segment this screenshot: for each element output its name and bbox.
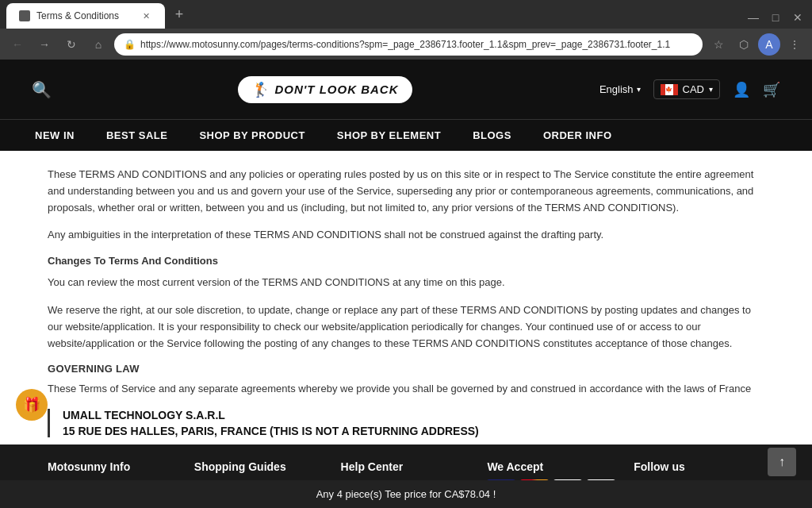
cart-button[interactable]: 🛒: [763, 81, 780, 98]
nav-item-shop-by-product[interactable]: SHOP BY PRODUCT: [196, 129, 308, 141]
forward-button[interactable]: →: [33, 33, 56, 56]
header-left: 🔍: [32, 80, 52, 99]
header-center: 🏌 DON'T LOOK BACK: [238, 76, 412, 103]
ambiguities-paragraph: Any ambiguities in the interpretation of…: [48, 227, 764, 244]
company-block: UMALL TECHNOLOGY S.A.R.L 15 RUE DES HALL…: [48, 409, 764, 437]
close-button[interactable]: ✕: [787, 6, 809, 29]
footer-col-motosunny-info-title: Motosunny Info: [48, 460, 178, 473]
nav-item-blogs[interactable]: BLOGS: [469, 129, 515, 141]
changes-section-title: Changes To Terms And Conditions: [48, 255, 764, 267]
nav-item-best-sale[interactable]: BEST SALE: [103, 129, 170, 141]
tab-close-button[interactable]: ✕: [140, 10, 152, 22]
nav-item-shop-by-element[interactable]: SHOP BY ELEMENT: [334, 129, 444, 141]
browser-chrome: Terms & Conditions ✕ + — □ ✕ ← → ↻ ⌂ 🔒 h…: [0, 0, 812, 60]
footer-col-follow-us-title: Follow us: [634, 460, 764, 473]
governing-law-text: These Terms of Service and any separate …: [48, 381, 764, 398]
chevron-down-icon: ▾: [637, 85, 641, 94]
currency-chevron-icon: ▾: [709, 85, 713, 94]
site-navigation: NEW IN BEST SALE SHOP BY PRODUCT SHOP BY…: [0, 119, 812, 151]
tab-title: Terms & Conditions: [36, 10, 133, 21]
company-name: UMALL TECHNOLOGY S.A.R.L: [63, 409, 764, 421]
new-tab-button[interactable]: +: [168, 3, 190, 25]
currency-text: CAD: [683, 83, 704, 95]
reserve-right-paragraph: We reserve the right, at our sole discre…: [48, 302, 764, 352]
canada-flag-icon: 🍁: [661, 84, 678, 95]
currency-selector[interactable]: 🍁 CAD ▾: [653, 79, 720, 99]
footer-col-we-accept-title: We Accept: [487, 460, 618, 473]
logo-text: DON'T LOOK BACK: [274, 83, 398, 96]
scroll-to-top-button[interactable]: ↑: [768, 448, 796, 476]
main-content: These TERMS AND CONDITIONS and any polic…: [0, 151, 812, 444]
gift-button[interactable]: 🎁: [16, 389, 48, 421]
tab-favicon: [19, 10, 30, 21]
language-text: English: [599, 83, 634, 95]
footer-col-shopping-guides-title: Shopping Guides: [194, 460, 325, 473]
governing-law-label: GOVERNING LAW: [48, 363, 764, 375]
bottom-promotional-bar: Any 4 piece(s) Tee price for CA$78.04 !: [0, 480, 812, 508]
intro-paragraph: These TERMS AND CONDITIONS and any polic…: [48, 167, 764, 216]
user-account-button[interactable]: 👤: [733, 81, 750, 98]
logo-bike-icon: 🏌: [252, 81, 270, 98]
menu-button[interactable]: ⋮: [783, 33, 806, 56]
active-tab[interactable]: Terms & Conditions ✕: [6, 3, 165, 29]
url-text: https://www.motosunny.com/pages/terms-co…: [140, 39, 693, 50]
maximize-button[interactable]: □: [764, 6, 787, 29]
back-button[interactable]: ←: [6, 33, 29, 56]
current-version-paragraph: You can review the most current version …: [48, 275, 764, 291]
footer-col-help-center-title: Help Center: [341, 460, 472, 473]
site-header: 🔍 🏌 DON'T LOOK BACK English ▾ 🍁 CAD ▾: [0, 60, 812, 119]
bookmarks-button[interactable]: ☆: [707, 33, 730, 56]
lock-icon: 🔒: [124, 39, 136, 50]
nav-item-new-in[interactable]: NEW IN: [32, 129, 78, 141]
minimize-button[interactable]: —: [742, 6, 764, 29]
website: 🔍 🏌 DON'T LOOK BACK English ▾ 🍁 CAD ▾: [0, 60, 812, 508]
language-selector[interactable]: English ▾: [599, 83, 641, 95]
home-button[interactable]: ⌂: [87, 33, 109, 56]
search-icon[interactable]: 🔍: [32, 80, 52, 99]
profile-button[interactable]: A: [758, 33, 780, 56]
extensions-button[interactable]: ⬡: [733, 33, 755, 56]
address-bar[interactable]: 🔒 https://www.motosunny.com/pages/terms-…: [114, 33, 703, 56]
nav-item-order-info[interactable]: ORDER INFO: [540, 129, 615, 141]
promotional-text: Any 4 piece(s) Tee price for CA$78.04 !: [316, 488, 496, 500]
site-logo[interactable]: 🏌 DON'T LOOK BACK: [238, 76, 412, 103]
header-right: English ▾ 🍁 CAD ▾ 👤 🛒: [599, 79, 780, 99]
reload-button[interactable]: ↻: [60, 33, 82, 56]
toolbar-right: ☆ ⬡ A ⋮: [707, 33, 806, 56]
company-address: 15 RUE DES HALLES, PARIS, FRANCE (THIS I…: [63, 425, 764, 437]
browser-toolbar: ← → ↻ ⌂ 🔒 https://www.motosunny.com/page…: [0, 29, 812, 60]
